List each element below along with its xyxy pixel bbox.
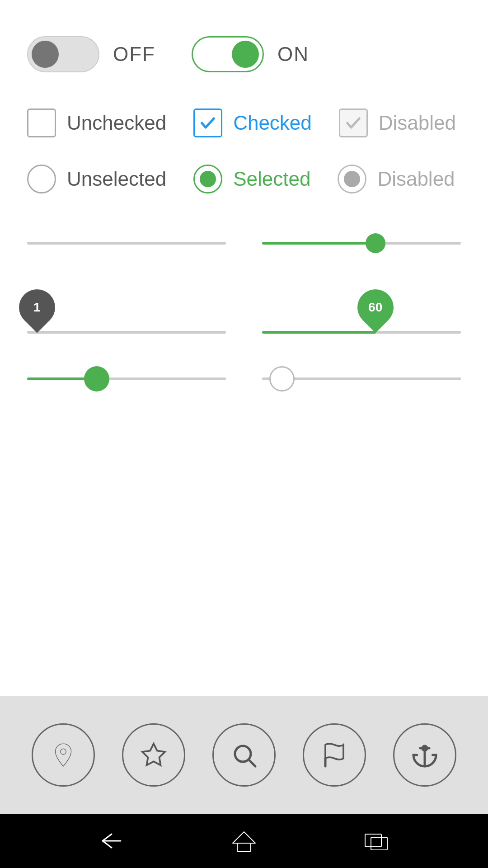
slider-row-2: 1 60 [27, 284, 461, 338]
checkbox-unchecked-group: Unchecked [27, 108, 166, 137]
checkbox-disabled-group: Disabled [339, 108, 456, 137]
home-icon [230, 830, 258, 852]
slider-green-container [262, 230, 461, 257]
radio-disabled-inner [344, 171, 360, 187]
toggle-off-group: OFF [27, 36, 155, 72]
simple-slider-green-track[interactable] [27, 377, 226, 380]
nav-anchor-button[interactable] [393, 723, 456, 787]
checkbox-disabled [339, 108, 368, 137]
bubble-track-1[interactable] [27, 331, 226, 334]
bubble-thumb-1[interactable]: 1 [19, 289, 55, 326]
radio-selected[interactable] [193, 165, 222, 193]
checkbox-checked-label: Checked [233, 112, 312, 134]
svg-rect-9 [237, 843, 251, 851]
toggle-on-group: ON [192, 36, 309, 72]
radio-disabled [338, 165, 366, 193]
svg-rect-11 [371, 837, 387, 850]
bubble-slider-1-container: 1 [27, 284, 226, 338]
checkmark-icon [199, 114, 217, 132]
simple-slider-green-container [27, 365, 226, 392]
nav-flag-button[interactable] [303, 723, 366, 787]
bubble-shape-2: 60 [350, 282, 401, 333]
radio-selected-label: Selected [233, 168, 310, 190]
radio-selected-group: Selected [193, 165, 310, 193]
toggle-on-thumb [232, 41, 259, 68]
radio-section: Unselected Selected Disabled [27, 165, 461, 193]
checkbox-unchecked-label: Unchecked [67, 112, 166, 134]
bubble-shape-1: 1 [11, 282, 62, 333]
simple-slider-green-thumb[interactable] [84, 366, 109, 392]
search-icon [230, 741, 258, 769]
bubble-thumb-2[interactable]: 60 [357, 289, 394, 326]
bubble-track-2[interactable] [262, 331, 461, 334]
radio-unselected[interactable] [27, 165, 56, 193]
toggle-off-switch[interactable] [27, 36, 99, 72]
bubble-slider-2-container: 60 [262, 284, 461, 338]
toggle-on-switch[interactable] [192, 36, 264, 72]
checkbox-checked[interactable] [193, 108, 222, 137]
radio-unselected-label: Unselected [67, 168, 166, 190]
svg-marker-8 [233, 832, 255, 843]
checkbox-section: Unchecked Checked Disabled [27, 108, 461, 137]
svg-rect-10 [365, 834, 381, 847]
slider-plain-track[interactable] [27, 242, 226, 245]
system-recents-button[interactable] [363, 832, 390, 850]
toggle-off-label: OFF [113, 43, 155, 66]
radio-selected-inner [200, 171, 216, 187]
simple-slider-gray-thumb[interactable] [269, 366, 295, 392]
checkbox-checked-group: Checked [193, 108, 312, 137]
svg-line-2 [249, 760, 255, 766]
radio-disabled-group: Disabled [338, 165, 455, 193]
back-icon [98, 832, 125, 850]
radio-unselected-group: Unselected [27, 165, 166, 193]
nav-search-button[interactable] [212, 723, 276, 787]
bubble-value-1: 1 [33, 300, 41, 315]
slider-plain-container [27, 230, 226, 257]
radio-disabled-label: Disabled [377, 168, 455, 190]
checkbox-unchecked[interactable] [27, 108, 56, 137]
nav-pin-button[interactable] [32, 723, 95, 787]
system-back-button[interactable] [98, 832, 125, 850]
anchor-icon [411, 741, 438, 769]
toggle-on-label: ON [277, 43, 309, 66]
slider-row-1 [27, 230, 461, 257]
pin-icon [50, 741, 77, 769]
slider-row-3 [27, 365, 461, 392]
toggle-section: OFF ON [27, 36, 461, 72]
bottom-nav [0, 696, 488, 814]
system-home-button[interactable] [230, 830, 258, 852]
slider-green-thumb[interactable] [366, 233, 385, 253]
flag-icon [321, 741, 348, 769]
svg-marker-0 [142, 744, 165, 765]
simple-slider-gray-container [262, 365, 461, 392]
bubble-value-2: 60 [368, 300, 382, 315]
checkmark-disabled-icon [344, 114, 362, 132]
checkbox-disabled-label: Disabled [379, 112, 456, 134]
nav-star-button[interactable] [122, 723, 185, 787]
recents-icon [363, 832, 390, 850]
toggle-off-thumb [32, 41, 59, 68]
system-nav [0, 814, 488, 868]
star-icon [140, 741, 167, 769]
slider-green-track[interactable] [262, 242, 461, 245]
